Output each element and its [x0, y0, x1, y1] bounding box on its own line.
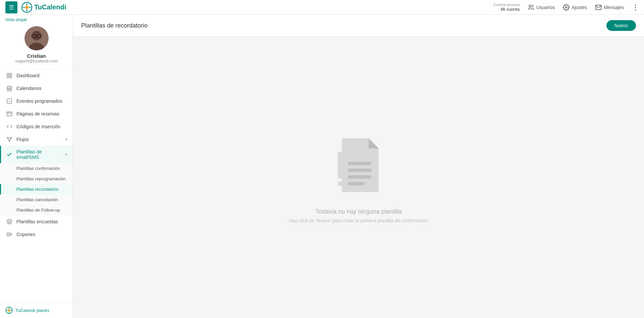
svg-point-7 [566, 6, 567, 8]
sub-item-reprogramacion[interactable]: Plantillas reprogramación [0, 174, 73, 184]
topnav-right: Current account Mi cuenta Usuarios Ajust… [493, 3, 639, 12]
sidebar-item-codigos[interactable]: Códigos de inserción [0, 120, 73, 133]
code-icon [6, 124, 12, 130]
logo-text: TuCalendi [34, 3, 66, 11]
profile-email: support@tucalendi.com [15, 59, 57, 63]
profile-name: Cristian [27, 53, 46, 59]
svg-point-31 [7, 137, 8, 138]
svg-marker-37 [7, 219, 12, 222]
sidebar: Vista simple Cristian support@tucalendi. [0, 15, 73, 318]
layers-icon [6, 219, 12, 225]
svg-rect-17 [10, 73, 12, 75]
svg-point-6 [529, 5, 531, 7]
usuarios-link[interactable]: Usuarios [528, 4, 555, 11]
tag-icon [6, 231, 12, 237]
sidebar-item-flujos[interactable]: Flujos ▾ [0, 133, 73, 146]
logo[interactable]: TuCalendi [21, 2, 66, 13]
sidebar-nav: Dashboard Calendarios Eventos programado… [0, 69, 73, 241]
content-area: Plantillas de recordatorio Nuevo [73, 15, 644, 318]
sub-item-recordatorio[interactable]: Plantillas recordatorio [0, 184, 73, 194]
sidebar-bottom: TuCalendi planes [0, 302, 73, 318]
sidebar-item-calendarios[interactable]: Calendarios [0, 82, 73, 95]
sub-item-confirmacion[interactable]: Plantillas confirmación [0, 163, 73, 174]
mensajes-icon [595, 4, 602, 11]
sidebar-item-dashboard[interactable]: Dashboard [0, 69, 73, 82]
svg-rect-25 [10, 89, 11, 90]
svg-point-39 [8, 234, 9, 235]
topnav: ☰ TuCalendi Current account Mi cuenta Us… [0, 0, 644, 15]
empty-state: Todavía no hay ninguna plantilla Haz cli… [73, 37, 644, 318]
browser-icon [6, 111, 12, 117]
svg-line-35 [8, 138, 9, 140]
vista-simple-link[interactable]: Vista simple [0, 15, 73, 22]
sidebar-item-plantillas-email[interactable]: Plantillas de email/SMS ▾ [0, 146, 73, 163]
plantillas-email-arrow: ▾ [65, 152, 67, 157]
tucalendi-planes-icon [5, 307, 13, 314]
tucalendi-planes-link[interactable]: TuCalendi planes [5, 307, 67, 314]
svg-point-1 [25, 6, 29, 9]
svg-point-15 [38, 35, 41, 37]
sidebar-profile: Cristian support@tucalendi.com [0, 22, 73, 69]
svg-point-32 [11, 137, 12, 138]
sidebar-item-eventos[interactable]: Eventos programados [0, 95, 73, 107]
svg-rect-20 [7, 86, 12, 91]
empty-subtitle: Haz click en 'Nuevo' para crear tu prime… [289, 218, 428, 223]
avatar [24, 26, 49, 50]
sub-item-followup[interactable]: Plantillas de Follow-up [0, 205, 73, 215]
ajustes-icon [563, 4, 570, 11]
ajustes-link[interactable]: Ajustes [563, 4, 587, 11]
svg-line-36 [9, 138, 11, 140]
svg-rect-47 [348, 169, 371, 172]
svg-rect-19 [10, 76, 12, 78]
mensajes-link[interactable]: Mensajes [595, 4, 624, 11]
avatar-image [24, 26, 49, 50]
svg-rect-18 [7, 76, 9, 78]
hamburger-icon: ☰ [9, 4, 14, 11]
svg-rect-48 [348, 175, 371, 179]
sidebar-item-plantillas-encuestas[interactable]: Plantillas encuestas [0, 215, 73, 228]
page-title: Plantillas de recordatorio [81, 22, 148, 29]
checkmark-icon [6, 151, 12, 157]
more-options-button[interactable]: ⋮ [632, 3, 639, 11]
svg-rect-50 [338, 152, 342, 179]
nuevo-button[interactable]: Nuevo [606, 20, 636, 31]
svg-point-14 [33, 35, 35, 37]
sidebar-item-cupones[interactable]: Cupones [0, 228, 73, 241]
flujos-arrow: ▾ [65, 137, 67, 142]
usuarios-icon [528, 4, 534, 11]
current-account: Current account Mi cuenta [493, 3, 520, 12]
main-layout: Vista simple Cristian support@tucalendi. [0, 15, 644, 318]
check-square-icon [6, 98, 12, 104]
svg-point-41 [8, 309, 10, 312]
grid-icon [6, 73, 12, 79]
svg-rect-49 [348, 182, 365, 185]
svg-rect-24 [8, 89, 9, 90]
empty-state-icon [332, 132, 385, 200]
content-header: Plantillas de recordatorio Nuevo [73, 15, 644, 37]
flow-icon [6, 136, 12, 142]
svg-rect-46 [348, 162, 371, 165]
calendar-icon [6, 85, 12, 91]
sub-item-cancelacion[interactable]: Plantillas cancelación [0, 194, 73, 205]
empty-title: Todavía no hay ninguna plantilla [315, 208, 401, 215]
hamburger-button[interactable]: ☰ [5, 1, 17, 13]
logo-icon [21, 2, 32, 13]
sidebar-item-paginas[interactable]: Páginas de reservas [0, 107, 73, 120]
svg-point-51 [338, 181, 342, 186]
svg-rect-16 [7, 73, 9, 75]
svg-point-33 [9, 140, 10, 141]
plantillas-submenu: Plantillas confirmación Plantillas repro… [0, 163, 73, 215]
